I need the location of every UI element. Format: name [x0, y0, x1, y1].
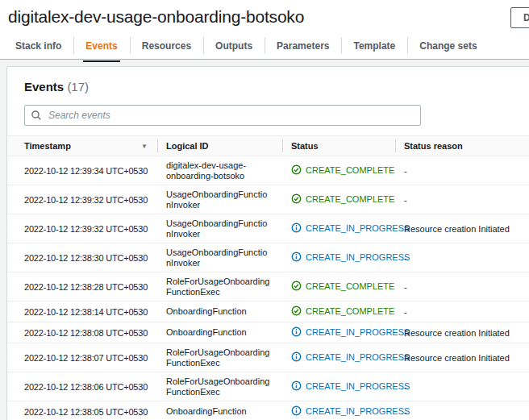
page-title: digitalex-dev-usage-onboarding-botsoko [8, 7, 304, 27]
tab-label: Stack info [15, 40, 61, 52]
status-label: CREATE_COMPLETE [306, 306, 394, 316]
events-count: (17) [67, 80, 89, 94]
event-status: CREATE_COMPLETE [282, 156, 395, 185]
events-heading-label: Events [24, 80, 64, 94]
status-badge: CREATE_COMPLETE [291, 306, 394, 316]
status-badge: CREATE_COMPLETE [291, 193, 394, 204]
tab-resources[interactable]: Resources [130, 32, 203, 59]
event-status: CREATE_COMPLETE [282, 301, 395, 322]
event-status-reason: - [395, 301, 529, 322]
status-label: CREATE_IN_PROGRESS [306, 381, 410, 391]
status-label: CREATE_IN_PROGRESS [306, 223, 410, 233]
status-label: CREATE_IN_PROGRESS [306, 327, 410, 337]
in-progress-info-icon [291, 351, 302, 362]
event-timestamp: 2022-10-12 12:38:14 UTC+0530 [7, 301, 157, 322]
event-logical-id: digitalex-dev-usage-onboarding-botsoko [157, 156, 282, 185]
in-progress-info-icon [291, 326, 302, 337]
event-row: 2022-10-12 12:39:32 UTC+0530UsageOnboard… [7, 185, 529, 214]
tab-label: Outputs [215, 40, 252, 52]
event-row: 2022-10-12 12:38:05 UTC+0530OnboardingFu… [7, 401, 529, 420]
event-timestamp: 2022-10-12 12:38:06 UTC+0530 [7, 372, 157, 401]
event-logical-id: OnboardingFunction [157, 322, 282, 343]
event-row: 2022-10-12 12:38:06 UTC+0530RoleForUsage… [7, 372, 529, 401]
event-status: CREATE_IN_PROGRESS [282, 372, 395, 401]
events-panel: Events (17) Timestamp ▼ Logical ID Statu… [6, 66, 529, 420]
in-progress-info-icon [291, 252, 302, 262]
status-badge: CREATE_IN_PROGRESS [291, 326, 410, 337]
tab-parameters[interactable]: Parameters [264, 32, 341, 59]
event-status: CREATE_IN_PROGRESS [282, 322, 395, 343]
events-table: Timestamp ▼ Logical ID Status Status rea… [7, 135, 529, 420]
in-progress-info-icon [291, 380, 302, 391]
success-check-icon [291, 306, 302, 316]
event-timestamp: 2022-10-12 12:39:34 UTC+0530 [7, 156, 157, 185]
event-row: 2022-10-12 12:38:28 UTC+0530RoleForUsage… [7, 272, 529, 301]
tab-label: Resources [142, 40, 191, 52]
tab-label: Parameters [277, 40, 329, 52]
event-timestamp: 2022-10-12 12:39:32 UTC+0530 [7, 185, 157, 214]
event-status: CREATE_IN_PROGRESS [282, 243, 395, 272]
search-icon [31, 110, 42, 121]
tab-stack-info[interactable]: Stack info [3, 32, 73, 59]
status-badge: CREATE_IN_PROGRESS [291, 222, 410, 233]
status-label: CREATE_COMPLETE [306, 194, 394, 204]
search-input[interactable] [47, 106, 420, 124]
column-header-timestamp[interactable]: Timestamp ▼ [7, 136, 157, 156]
tab-bar: Stack infoEventsResourcesOutputsParamete… [0, 32, 529, 60]
event-logical-id: OnboardingFunction [157, 401, 282, 420]
success-check-icon [291, 193, 302, 204]
event-logical-id: UsageOnboardingFunctionInvoker [157, 243, 282, 272]
event-status-reason: - [395, 372, 529, 401]
event-status-reason: - [395, 185, 529, 214]
events-table-body: 2022-10-12 12:39:34 UTC+0530digitalex-de… [7, 156, 529, 420]
event-logical-id: RoleForUsageOnboardingFunctionExec [157, 272, 282, 301]
column-header-logical-id[interactable]: Logical ID [157, 136, 282, 156]
event-status-reason: - [395, 243, 529, 272]
event-status: CREATE_COMPLETE [282, 185, 395, 214]
status-badge: CREATE_IN_PROGRESS [291, 380, 410, 391]
event-row: 2022-10-12 12:38:14 UTC+0530OnboardingFu… [7, 301, 529, 322]
status-badge: CREATE_COMPLETE [291, 164, 394, 175]
search-box[interactable] [24, 105, 421, 126]
status-badge: CREATE_IN_PROGRESS [291, 252, 410, 262]
column-header-status-reason[interactable]: Status reason [395, 136, 529, 156]
column-header-status[interactable]: Status [282, 136, 395, 156]
event-status: CREATE_COMPLETE [282, 272, 395, 301]
event-status: CREATE_IN_PROGRESS [282, 401, 395, 420]
tab-label: Template [353, 40, 395, 52]
tab-change-sets[interactable]: Change sets [407, 32, 489, 59]
event-row: 2022-10-12 12:39:32 UTC+0530UsageOnboard… [7, 214, 529, 243]
status-badge: CREATE_COMPLETE [291, 281, 394, 291]
event-logical-id: RoleForUsageOnboardingFunctionExec [157, 372, 282, 401]
page-header: digitalex-dev-usage-onboarding-botsoko D… [0, 0, 529, 60]
status-badge: CREATE_IN_PROGRESS [291, 351, 410, 362]
status-label: CREATE_COMPLETE [306, 281, 394, 291]
event-row: 2022-10-12 12:38:07 UTC+0530RoleForUsage… [7, 343, 529, 372]
tab-outputs[interactable]: Outputs [203, 32, 264, 59]
delete-button[interactable]: Delete [510, 7, 529, 28]
events-heading: Events (17) [7, 67, 529, 94]
event-logical-id: UsageOnboardingFunctionInvoker [157, 185, 282, 214]
event-timestamp: 2022-10-12 12:38:05 UTC+0530 [7, 401, 157, 420]
event-logical-id: OnboardingFunction [157, 301, 282, 322]
event-row: 2022-10-12 12:38:30 UTC+0530UsageOnboard… [7, 243, 529, 272]
table-header-row: Timestamp ▼ Logical ID Status Status rea… [7, 136, 529, 156]
tab-events[interactable]: Events [73, 32, 129, 59]
status-label: CREATE_IN_PROGRESS [306, 406, 410, 416]
status-label: CREATE_IN_PROGRESS [306, 352, 410, 362]
event-status-reason: Resource creation Initiated [395, 214, 529, 243]
event-timestamp: 2022-10-12 12:38:30 UTC+0530 [7, 243, 157, 272]
event-status-reason: Resource creation Initiated [395, 343, 529, 372]
event-timestamp: 2022-10-12 12:38:07 UTC+0530 [7, 343, 157, 372]
event-status-reason: - [395, 401, 529, 420]
event-status: CREATE_IN_PROGRESS [282, 214, 395, 243]
success-check-icon [291, 281, 302, 291]
event-timestamp: 2022-10-12 12:39:32 UTC+0530 [7, 214, 157, 243]
tab-label: Events [85, 40, 117, 52]
in-progress-info-icon [291, 405, 302, 416]
success-check-icon [291, 164, 302, 175]
event-status: CREATE_IN_PROGRESS [282, 343, 395, 372]
status-label: CREATE_COMPLETE [306, 165, 394, 175]
tab-template[interactable]: Template [341, 32, 407, 59]
event-status-reason: - [395, 156, 529, 185]
